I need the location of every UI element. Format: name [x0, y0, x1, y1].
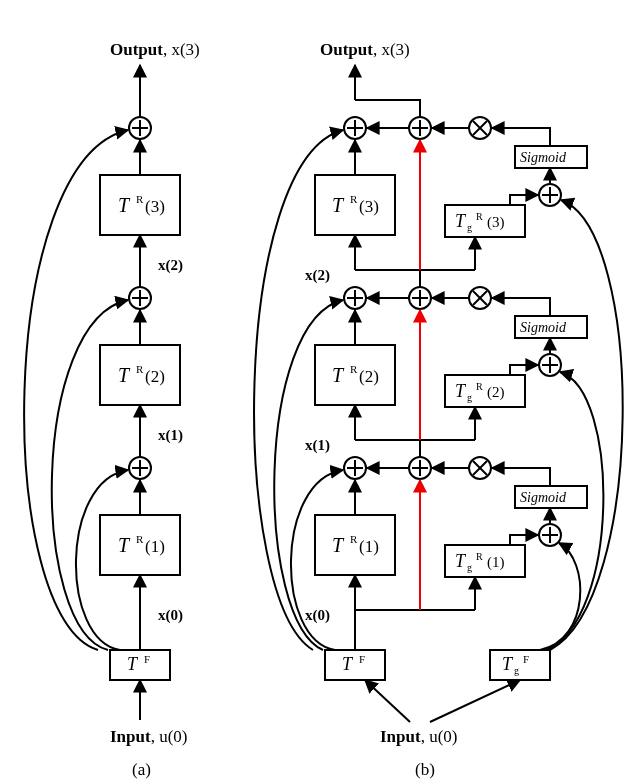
svg-line-30: [365, 680, 410, 722]
tf-box: T F: [110, 650, 170, 680]
input-label: Input, u(0): [110, 727, 187, 746]
svg-text:g: g: [514, 665, 519, 676]
svg-text:R: R: [476, 551, 483, 562]
svg-text:R: R: [350, 533, 358, 545]
svg-rect-0: [110, 650, 170, 680]
tr3-box: T R (3): [100, 175, 180, 235]
svg-text:Sigmoid: Sigmoid: [520, 320, 567, 335]
tgf-to-addg2: [546, 372, 603, 650]
svg-text:(2): (2): [487, 384, 505, 401]
svg-text:R: R: [136, 533, 144, 545]
output-label-b: Output, x(3): [320, 40, 410, 59]
panel-b: Input, u(0) T F T g F x(0): [254, 40, 623, 779]
svg-text:g: g: [467, 562, 472, 573]
svg-text:(3): (3): [145, 197, 165, 216]
svg-rect-3: [100, 515, 180, 575]
svg-text:x(1): x(1): [305, 437, 330, 454]
caption-a: (a): [132, 760, 151, 779]
output-label: Output, x(3): [110, 40, 200, 59]
svg-text:F: F: [523, 653, 529, 665]
svg-text:(3): (3): [359, 197, 379, 216]
tgf-box: T g F: [490, 650, 550, 680]
svg-text:T: T: [332, 194, 345, 216]
add-node-3: [129, 117, 151, 139]
svg-text:T: T: [118, 364, 131, 386]
diagram-root: Input, u(0) T F x(0) T R (1) x(1): [0, 0, 640, 783]
tr2-box: T R (2): [100, 345, 180, 405]
svg-text:R: R: [136, 363, 144, 375]
panel-a: Input, u(0) T F x(0) T R (1) x(1): [24, 40, 200, 779]
svg-text:R: R: [350, 363, 358, 375]
svg-text:R: R: [350, 193, 358, 205]
tf-box-b: T F: [325, 650, 385, 680]
svg-rect-74: [315, 345, 395, 405]
input-label-b: Input, u(0): [380, 727, 457, 746]
svg-text:R: R: [136, 193, 144, 205]
svg-text:g: g: [467, 392, 472, 403]
svg-text:T: T: [118, 194, 131, 216]
svg-rect-43: [315, 515, 395, 575]
svg-text:F: F: [359, 653, 365, 665]
stage-1: x(0) T R (1) T g R (1): [291, 440, 587, 650]
svg-text:x(2): x(2): [305, 267, 330, 284]
svg-text:Sigmoid: Sigmoid: [520, 490, 567, 505]
svg-text:T: T: [332, 364, 345, 386]
svg-text:g: g: [467, 222, 472, 233]
x0: x(0): [158, 607, 183, 624]
x2: x(2): [158, 257, 183, 274]
stage-3: x(2) T R (3) T g R (3) Sigmoid: [305, 100, 587, 284]
stage-2: x(1) T R (2) T g R (2) Sigmoid: [305, 270, 587, 454]
svg-line-31: [430, 680, 520, 722]
svg-text:F: F: [144, 653, 150, 665]
tgf-to-addg3: [550, 200, 623, 650]
svg-text:(2): (2): [359, 367, 379, 386]
x1: x(1): [158, 427, 183, 444]
svg-rect-21: [100, 175, 180, 235]
svg-text:R: R: [476, 211, 483, 222]
add-node-1: [129, 457, 151, 479]
svg-text:(1): (1): [487, 554, 505, 571]
svg-rect-32: [325, 650, 385, 680]
svg-text:(3): (3): [487, 214, 505, 231]
svg-text:(1): (1): [145, 537, 165, 556]
svg-text:(1): (1): [359, 537, 379, 556]
svg-rect-105: [315, 175, 395, 235]
svg-text:(2): (2): [145, 367, 165, 386]
tr1-box: T R (1): [100, 515, 180, 575]
svg-text:x(0): x(0): [305, 607, 330, 624]
svg-text:R: R: [476, 381, 483, 392]
svg-text:T: T: [118, 534, 131, 556]
svg-text:T: T: [332, 534, 345, 556]
add-node-2: [129, 287, 151, 309]
svg-rect-12: [100, 345, 180, 405]
svg-text:Sigmoid: Sigmoid: [520, 150, 567, 165]
caption-b: (b): [415, 760, 435, 779]
svg-rect-35: [490, 650, 550, 680]
